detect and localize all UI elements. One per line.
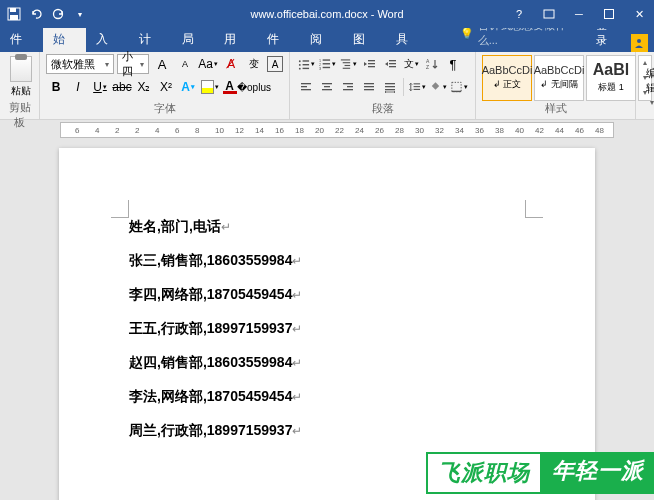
ribbon-display-icon[interactable]	[534, 0, 564, 28]
paragraph-mark-icon: ↵	[292, 254, 302, 268]
font-color-icon: A	[223, 81, 237, 94]
share-button[interactable]	[631, 34, 648, 52]
strikethrough-button[interactable]: abc	[112, 77, 132, 97]
ribbon: 粘贴 剪贴板 微软雅黑▾ 小四▾ A A Aa▾ A̸ 变 A B I U▾ a…	[0, 52, 654, 120]
clear-format-button[interactable]: A̸	[221, 54, 241, 74]
window-controls: ? ─ ✕	[504, 0, 654, 28]
redo-icon[interactable]	[48, 4, 68, 24]
paragraph-mark-icon: ↵	[292, 356, 302, 370]
svg-rect-22	[343, 68, 350, 69]
style-normal[interactable]: AaBbCcDi ↲ 正文	[482, 55, 532, 101]
italic-button[interactable]: I	[68, 77, 88, 97]
ruler-mark: 20	[315, 126, 324, 135]
line-spacing-button[interactable]: ▾	[407, 77, 427, 97]
shrink-font-button[interactable]: A	[175, 54, 195, 74]
text-line[interactable]: 张三,销售部,18603559984↵	[129, 252, 525, 270]
highlight-icon	[201, 80, 214, 94]
grow-font-button[interactable]: A	[152, 54, 172, 74]
svg-rect-48	[414, 89, 421, 90]
style-heading1[interactable]: AaBl 标题 1	[586, 55, 636, 101]
text-effects-button[interactable]: A▾	[178, 77, 198, 97]
change-case-button[interactable]: Aa▾	[198, 54, 218, 74]
title-bar: ▾ www.officebai.com.docx - Word ? ─ ✕	[0, 0, 654, 28]
svg-rect-32	[301, 86, 307, 87]
enclose-char-button[interactable]: �oplus	[244, 77, 264, 97]
increase-indent-button[interactable]	[380, 54, 400, 74]
save-icon[interactable]	[4, 4, 24, 24]
editing-button[interactable]: 编辑	[642, 64, 654, 98]
chevron-down-icon: ▾	[140, 60, 144, 69]
superscript-button[interactable]: X²	[156, 77, 176, 97]
svg-rect-4	[544, 10, 554, 18]
char-border-button[interactable]: A	[267, 56, 283, 72]
numbering-button[interactable]: 123▾	[317, 54, 337, 74]
svg-point-6	[637, 39, 641, 43]
undo-icon[interactable]	[26, 4, 46, 24]
shading-button[interactable]: ▾	[428, 77, 448, 97]
ruler-mark: 4	[155, 126, 159, 135]
svg-rect-2	[10, 15, 18, 20]
ruler-mark: 12	[235, 126, 244, 135]
ruler-mark: 40	[515, 126, 524, 135]
ruler-mark: 14	[255, 126, 264, 135]
ruler-mark: 8	[195, 126, 199, 135]
font-size-combo[interactable]: 小四▾	[117, 54, 149, 74]
horizontal-ruler[interactable]: 8642246810121416182022242628303234363840…	[60, 122, 614, 138]
asian-layout-button[interactable]: 文▾	[401, 54, 421, 74]
document-area[interactable]: 姓名,部门,电话↵张三,销售部,18603559984↵李四,网络部,18705…	[0, 138, 654, 500]
align-right-button[interactable]	[338, 77, 358, 97]
svg-rect-44	[385, 86, 395, 87]
clipboard-icon	[10, 56, 32, 82]
text-line[interactable]: 赵四,销售部,18603559984↵	[129, 354, 525, 372]
decrease-indent-button[interactable]	[359, 54, 379, 74]
ruler-mark: 28	[395, 126, 404, 135]
text-line[interactable]: 李四,网络部,18705459454↵	[129, 286, 525, 304]
phonetic-guide-button[interactable]: 变	[244, 54, 264, 74]
svg-text:Z: Z	[426, 64, 429, 70]
svg-rect-31	[301, 83, 311, 84]
paste-button[interactable]: 粘贴	[6, 54, 36, 100]
subscript-button[interactable]: X₂	[134, 77, 154, 97]
svg-rect-8	[303, 60, 310, 61]
bold-button[interactable]: B	[46, 77, 66, 97]
close-icon[interactable]: ✕	[624, 0, 654, 28]
justify-button[interactable]	[359, 77, 379, 97]
maximize-icon[interactable]	[594, 0, 624, 28]
text-line[interactable]: 姓名,部门,电话↵	[129, 218, 525, 236]
help-icon[interactable]: ?	[504, 0, 534, 28]
document-content[interactable]: 姓名,部门,电话↵张三,销售部,18603559984↵李四,网络部,18705…	[129, 218, 525, 440]
svg-rect-21	[345, 65, 351, 66]
bullets-button[interactable]: ▾	[296, 54, 316, 74]
svg-rect-37	[343, 83, 353, 84]
svg-rect-34	[322, 83, 332, 84]
ruler-mark: 2	[115, 126, 119, 135]
align-center-button[interactable]	[317, 77, 337, 97]
ruler-mark: 44	[555, 126, 564, 135]
ruler-mark: 26	[375, 126, 384, 135]
sort-button[interactable]: AZ	[422, 54, 442, 74]
distributed-button[interactable]	[380, 77, 400, 97]
underline-button[interactable]: U▾	[90, 77, 110, 97]
font-name-combo[interactable]: 微软雅黑▾	[46, 54, 114, 74]
ribbon-tabs: 文件 开始 插入 设计 布局 引用 邮件 审阅 视图 开发工具 💡 告诉我您想要…	[0, 28, 654, 52]
svg-rect-50	[452, 91, 461, 92]
highlight-button[interactable]: ▾	[200, 77, 220, 97]
svg-point-7	[299, 60, 301, 62]
svg-rect-40	[364, 83, 374, 84]
minimize-icon[interactable]: ─	[564, 0, 594, 28]
style-nospacing[interactable]: AaBbCcDi ↲ 无间隔	[534, 55, 584, 101]
text-line[interactable]: 周兰,行政部,18997159937↵	[129, 422, 525, 440]
qat-more-icon[interactable]: ▾	[70, 4, 90, 24]
svg-rect-46	[414, 83, 421, 84]
svg-point-9	[299, 64, 301, 66]
show-marks-button[interactable]: ¶	[443, 54, 463, 74]
ruler-mark: 24	[355, 126, 364, 135]
text-line[interactable]: 王五,行政部,18997159937↵	[129, 320, 525, 338]
text-line[interactable]: 李法,网络部,18705459454↵	[129, 388, 525, 406]
multilevel-list-button[interactable]: ▾	[338, 54, 358, 74]
svg-rect-14	[323, 59, 330, 60]
align-left-button[interactable]	[296, 77, 316, 97]
borders-button[interactable]: ▾	[449, 77, 469, 97]
chevron-down-icon: ▾	[105, 60, 109, 69]
window-title: www.officebai.com.docx - Word	[250, 8, 403, 20]
